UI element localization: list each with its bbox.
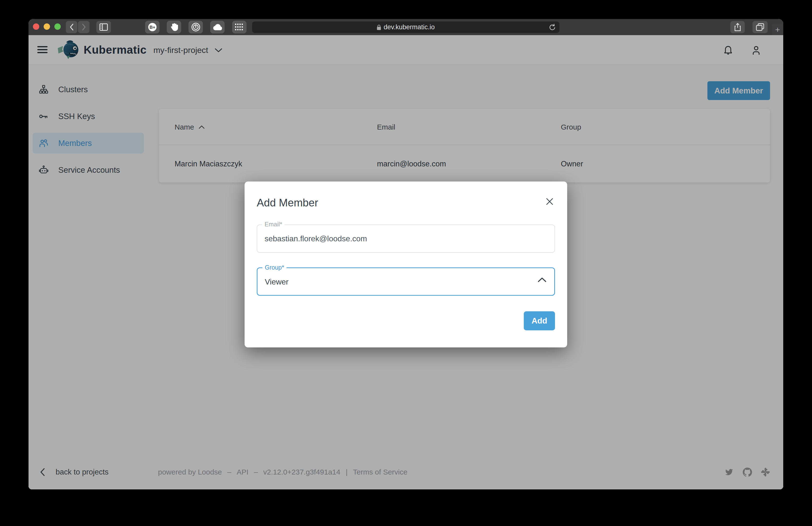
tab-overview-button[interactable] (753, 21, 768, 33)
dialog-add-button[interactable]: Add (524, 311, 555, 330)
screenshot-canvas: B+ dev.kubermatic.io (0, 0, 812, 526)
b-plus-badge-icon: B+ (147, 22, 157, 32)
group-select[interactable]: Group* Viewer (257, 267, 555, 296)
extension-onepassword-button[interactable] (188, 21, 203, 33)
keyhole-circle-icon (191, 22, 201, 32)
extension-grid-button[interactable] (232, 21, 247, 33)
share-icon (735, 23, 741, 31)
url-text: dev.kubermatic.io (383, 24, 435, 31)
window-close-button[interactable] (33, 24, 39, 30)
address-bar[interactable]: dev.kubermatic.io (252, 22, 560, 33)
chevron-right-icon (82, 24, 86, 31)
cloud-icon (213, 24, 223, 31)
dialog-title: Add Member (257, 197, 318, 209)
browser-window: B+ dev.kubermatic.io (29, 19, 783, 489)
browser-forward-button[interactable] (78, 21, 89, 33)
close-dialog-button[interactable] (545, 197, 554, 207)
lock-icon (377, 24, 381, 30)
email-field[interactable]: Email* sebastian.florek@loodse.com (257, 225, 555, 253)
close-icon (546, 197, 554, 206)
svg-text:B+: B+ (149, 25, 155, 30)
chevron-up-icon (537, 277, 547, 284)
tabs-icon (756, 23, 764, 31)
plus-icon: + (775, 25, 780, 34)
kubermatic-app: Kubermatic my-first-project (29, 35, 783, 489)
extension-icloud-button[interactable] (210, 21, 224, 33)
add-member-dialog: Add Member Email* sebastian.florek@loods… (245, 182, 567, 347)
window-zoom-button[interactable] (54, 24, 61, 30)
new-tab-button[interactable]: + (772, 24, 783, 35)
browser-sidebar-button[interactable] (96, 21, 111, 33)
email-field-value: sebastian.florek@loodse.com (264, 225, 367, 252)
dots-grid-icon (235, 23, 244, 31)
share-button[interactable] (730, 21, 745, 33)
group-select-value: Viewer (265, 268, 289, 296)
chevron-left-icon (69, 24, 74, 31)
window-minimize-button[interactable] (44, 24, 50, 30)
reload-button[interactable] (549, 24, 556, 32)
browser-back-button[interactable] (66, 21, 77, 33)
browser-toolbar: B+ dev.kubermatic.io (29, 19, 783, 35)
extension-blocker-button[interactable] (167, 21, 181, 33)
hand-icon (170, 23, 178, 32)
sidebar-icon (100, 24, 108, 31)
extension-bitwarden-button[interactable]: B+ (145, 21, 159, 33)
reload-icon (549, 24, 556, 31)
